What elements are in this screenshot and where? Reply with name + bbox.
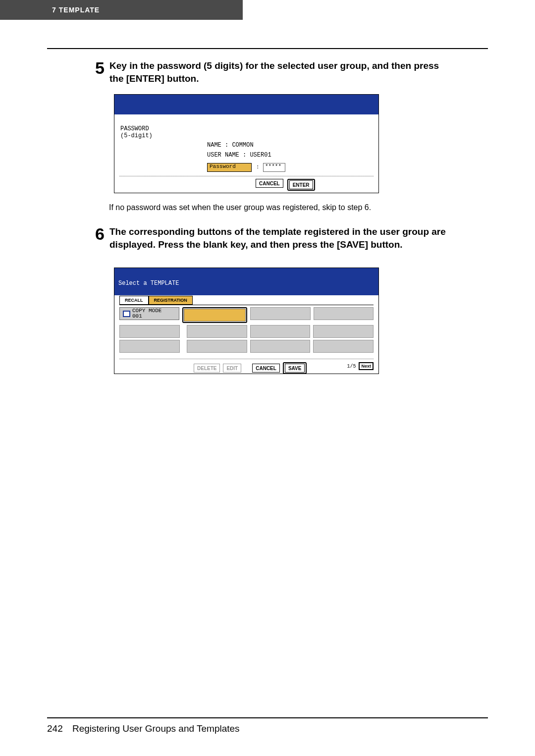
- template-grid: COPY MODE 001: [119, 305, 374, 354]
- pager: 1/5 Next: [347, 362, 374, 370]
- panel2-title: Select a TEMPLATE: [118, 280, 179, 287]
- divider: [119, 359, 374, 359]
- password-label: PASSWORD (5-digit): [120, 125, 153, 140]
- save-highlight: SAVE: [283, 362, 307, 374]
- cancel-button[interactable]: CANCEL: [256, 179, 283, 188]
- template-slot-1[interactable]: COPY MODE 001: [119, 307, 179, 320]
- blank-slot-highlight: [182, 307, 247, 323]
- step-text: The corresponding buttons of the templat…: [109, 225, 451, 251]
- chapter-title: TEMPLATE: [59, 6, 100, 14]
- template-slot-label: COPY MODE 001: [132, 308, 161, 319]
- tab-recall[interactable]: RECALL: [119, 296, 149, 305]
- template-slot[interactable]: [187, 325, 247, 338]
- step-text: Key in the password (5 digits) for the s…: [109, 59, 451, 85]
- panel2-tabs: RECALL REGISTRATION: [119, 296, 193, 305]
- template-slot[interactable]: [187, 340, 247, 353]
- enter-highlight: ENTER: [287, 179, 315, 191]
- page-number: 242: [47, 723, 63, 734]
- template-slot[interactable]: [119, 325, 180, 338]
- step-number: 6: [81, 225, 105, 251]
- password-button[interactable]: Password: [207, 163, 252, 172]
- next-button[interactable]: Next: [359, 362, 374, 370]
- footer: 242 Registering User Groups and Template…: [47, 723, 240, 734]
- bottom-rule: [47, 717, 488, 718]
- edit-button[interactable]: EDIT: [223, 364, 241, 373]
- chapter-number: 7: [52, 6, 56, 14]
- template-slot[interactable]: [250, 340, 311, 353]
- password-panel: PASSWORD (5-digit) NAME : COMMON USER NA…: [114, 94, 379, 193]
- step5-note: If no password was set when the user gro…: [109, 203, 371, 212]
- page-indicator: 1/5: [347, 364, 356, 369]
- tpl1-num: 001: [132, 313, 142, 319]
- footer-title: Registering User Groups and Templates: [72, 723, 240, 734]
- panel-header-bar: [114, 95, 378, 114]
- password-field[interactable]: *****: [263, 163, 285, 172]
- save-button[interactable]: SAVE: [285, 364, 305, 373]
- top-rule: [47, 48, 488, 49]
- template-slot[interactable]: [313, 325, 374, 338]
- template-slot[interactable]: [314, 307, 374, 320]
- username-row: USER NAME : USER01: [207, 152, 271, 159]
- panel1-buttons: CANCEL ENTER: [256, 179, 315, 191]
- panel2-buttons: DELETE EDIT CANCEL SAVE: [194, 362, 307, 374]
- template-slot-blank[interactable]: [184, 309, 246, 322]
- enter-button[interactable]: ENTER: [289, 180, 313, 189]
- divider: [119, 176, 374, 176]
- template-slot[interactable]: [250, 307, 310, 320]
- step-5: 5 Key in the password (5 digits) for the…: [81, 59, 451, 85]
- tab-registration[interactable]: REGISTRATION: [149, 296, 193, 305]
- cancel-button[interactable]: CANCEL: [252, 364, 280, 373]
- panel2-header: Select a TEMPLATE: [114, 268, 378, 295]
- password-colon: :: [256, 164, 260, 170]
- delete-button[interactable]: DELETE: [194, 364, 220, 373]
- template-panel: Select a TEMPLATE RECALL REGISTRATION CO…: [114, 268, 379, 374]
- template-slot[interactable]: [250, 325, 311, 338]
- page-tab: 7 TEMPLATE: [0, 0, 243, 20]
- template-slot[interactable]: [119, 340, 180, 353]
- copy-icon: [123, 311, 130, 317]
- step-6: 6 The corresponding buttons of the templ…: [81, 225, 451, 251]
- template-slot[interactable]: [313, 340, 374, 353]
- step-number: 5: [81, 59, 105, 85]
- name-row: NAME : COMMON: [207, 142, 254, 149]
